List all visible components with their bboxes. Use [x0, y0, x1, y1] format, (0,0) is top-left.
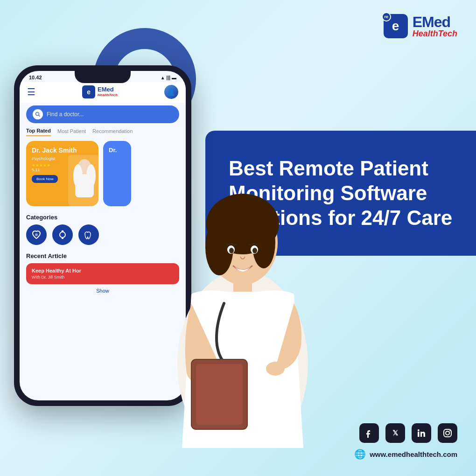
user-avatar[interactable]: 👤: [164, 85, 178, 99]
linkedin-icon[interactable]: [412, 423, 431, 443]
globe-icon: 🌐: [354, 448, 366, 460]
categories-row: [20, 224, 186, 250]
search-icon: [33, 109, 43, 119]
hamburger-icon[interactable]: ☰: [27, 86, 35, 98]
category-gender[interactable]: [52, 224, 73, 245]
website-row: 🌐 www.emedhealthtech.com: [354, 448, 457, 460]
logo-text: EMed HealthTech: [413, 14, 457, 38]
phone-notch: [75, 71, 131, 83]
battery-icon: ▬: [172, 75, 176, 80]
headline-line2: Monitoring Software: [229, 182, 427, 204]
svg-rect-28: [418, 432, 420, 437]
search-bar[interactable]: Find a doctor...: [26, 105, 179, 123]
logo-icon: re e: [384, 14, 408, 38]
status-icons: ▲ ||| ▬: [161, 75, 176, 80]
category-heart[interactable]: [26, 224, 47, 245]
svg-point-6: [35, 233, 38, 236]
article-title: Keep Healthy At Hor: [32, 268, 174, 273]
phone-mockup: 10.42 ▲ ||| ▬ ☰ e EMed HealthTech 👤: [14, 65, 191, 406]
svg-point-0: [36, 112, 39, 116]
app-logo-small: e EMed HealthTech: [82, 85, 118, 98]
categories-title: Categories: [20, 211, 186, 224]
svg-line-10: [63, 231, 63, 231]
doctor-name-2: Dr.: [109, 147, 126, 154]
article-subtitle: With Dr. Jill Smith: [32, 275, 174, 280]
app-header: ☰ e EMed HealthTech 👤: [20, 82, 186, 103]
show-more-button[interactable]: Show: [20, 284, 186, 297]
tabs-row: Top Rated Most Patient Recommendation: [20, 128, 186, 136]
headline-text: Best Remote Patient Monitoring Software …: [229, 156, 453, 230]
headline-panel: Best Remote Patient Monitoring Software …: [205, 131, 476, 256]
logo-brand-name: EMed: [413, 14, 457, 29]
doctor-card-1[interactable]: Dr. Jack Smith Psychologist ★★★★★ 5.11 B…: [26, 141, 98, 206]
svg-point-4: [73, 164, 83, 188]
social-icons-row: 𝕏: [359, 423, 457, 443]
tab-top-rated[interactable]: Top Rated: [26, 128, 51, 136]
svg-point-5: [86, 164, 96, 188]
twitter-x-icon[interactable]: 𝕏: [385, 423, 405, 443]
svg-point-32: [449, 430, 450, 431]
svg-point-31: [446, 431, 449, 435]
svg-line-1: [39, 115, 40, 117]
search-placeholder: Find a doctor...: [47, 111, 84, 118]
footer-social: 𝕏 🌐 www.emedhealthtech.com: [354, 423, 457, 460]
wifi-icon: ▲: [161, 75, 165, 80]
recent-article-card[interactable]: Keep Healthy At Hor With Dr. Jill Smith: [26, 263, 179, 284]
svg-point-7: [60, 232, 65, 238]
brand-logo: re e EMed HealthTech: [384, 14, 457, 38]
book-now-button[interactable]: Book Now: [32, 175, 58, 183]
app-logo-text: EMed HealthTech: [98, 86, 118, 97]
doctor-image-placeholder: [68, 155, 98, 206]
doctor-card-2[interactable]: Dr.: [103, 141, 131, 206]
app-emed-text: EMed: [98, 86, 118, 93]
svg-point-29: [418, 429, 420, 431]
facebook-icon[interactable]: [359, 423, 379, 443]
doctor-cards: Dr. Jack Smith Psychologist ★★★★★ 5.11 B…: [20, 136, 186, 211]
re-badge: re: [382, 12, 391, 21]
logo-e-letter: e: [392, 19, 399, 34]
doctor-name-1: Dr. Jack Smith: [32, 147, 93, 154]
recent-article-title: Recent Article: [20, 250, 186, 263]
signal-icon: |||: [167, 75, 170, 80]
app-ht-text: HealthTech: [98, 93, 118, 98]
logo-subtitle: HealthTech: [413, 29, 457, 38]
app-logo-icon: e: [82, 85, 95, 98]
phone-screen: 10.42 ▲ ||| ▬ ☰ e EMed HealthTech 👤: [20, 71, 186, 400]
tab-recommendation[interactable]: Recommendation: [92, 128, 133, 136]
phone-outer: 10.42 ▲ ||| ▬ ☰ e EMed HealthTech 👤: [14, 65, 191, 406]
headline-line1: Best Remote Patient: [229, 157, 428, 180]
website-url: www.emedhealthtech.com: [370, 450, 457, 458]
instagram-icon[interactable]: [438, 423, 457, 443]
category-dental[interactable]: [78, 224, 99, 245]
tab-most-patient[interactable]: Most Patient: [57, 128, 86, 136]
status-time: 10.42: [29, 75, 42, 80]
headline-line3: Solutions for 24/7 Care: [229, 206, 452, 229]
